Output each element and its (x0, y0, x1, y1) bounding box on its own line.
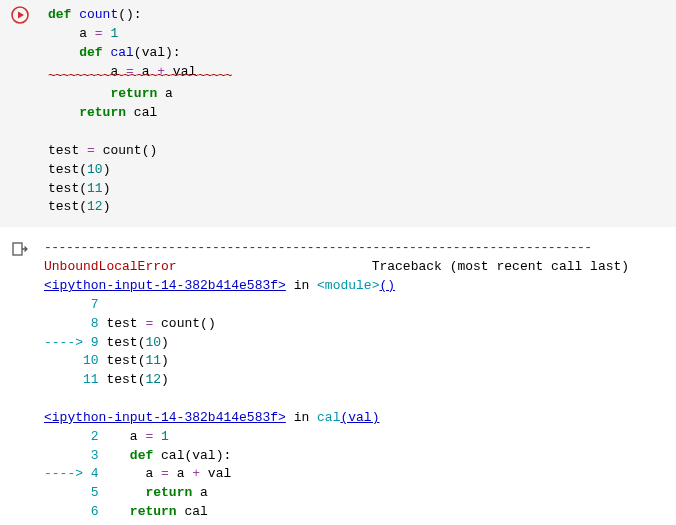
code-text (48, 105, 79, 120)
code-text: count() (95, 143, 157, 158)
num: 10 (145, 335, 161, 350)
tb-module: <module> (317, 278, 379, 293)
tb-lineno: 8 (44, 316, 106, 331)
tb-text (153, 429, 161, 444)
tb-text: ) (161, 335, 169, 350)
tb-text: in (286, 278, 317, 293)
run-icon[interactable] (11, 6, 29, 227)
tb-paren: (val) (340, 410, 379, 425)
tb-text: val (200, 466, 231, 481)
tb-lineno: 11 (44, 372, 106, 387)
code-text: test( (48, 162, 87, 177)
tb-text: val (192, 448, 215, 463)
num: 11 (87, 181, 103, 196)
tb-link[interactable]: <ipython-input-14-382b414e583f> (44, 278, 286, 293)
svg-marker-1 (18, 12, 24, 19)
kw-return: return (130, 504, 177, 519)
kw-def: def (130, 448, 153, 463)
error-squiggle: ~~~~~~~~~~~~~~~~~~~~~~~~~~~ (48, 73, 666, 79)
kw-def: def (79, 45, 102, 60)
code-text: cal (126, 105, 157, 120)
tb-lineno: 2 (44, 429, 106, 444)
tb-text: a (169, 466, 192, 481)
num: 11 (145, 353, 161, 368)
code-editor[interactable]: def count(): a = 1 def cal(val): a = a +… (40, 0, 676, 227)
code-text: ) (103, 199, 111, 214)
tb-arrow: ----> (44, 335, 91, 350)
num: 1 (161, 429, 169, 444)
code-cell: def count(): a = 1 def cal(val): a = a +… (0, 0, 676, 227)
code-text: (): (118, 7, 141, 22)
tb-text: ) (161, 353, 169, 368)
code-text: ) (103, 181, 111, 196)
code-text: (val): (134, 45, 181, 60)
code-text: test( (48, 181, 87, 196)
tb-text: count (153, 316, 200, 331)
tb-lineno: 7 (44, 297, 106, 312)
tb-lineno: 3 (44, 448, 106, 463)
kw-return: return (79, 105, 126, 120)
tb-lineno: 9 (91, 335, 107, 350)
tb-text (106, 448, 129, 463)
tb-text: ) (161, 372, 169, 387)
kw-return: return (110, 86, 157, 101)
tb-text: test (106, 316, 145, 331)
fn-name: count (79, 7, 118, 22)
tb-text: ( (200, 316, 208, 331)
tb-lineno: 6 (44, 504, 106, 519)
op: = (87, 143, 95, 158)
code-text: test (48, 143, 87, 158)
op: = (95, 26, 103, 41)
tb-link[interactable]: <ipython-input-14-382b414e583f> (44, 410, 286, 425)
code-text: test( (48, 199, 87, 214)
tb-text: ) (208, 316, 216, 331)
error-name: UnboundLocalError (44, 259, 177, 274)
tb-divider: ----------------------------------------… (44, 240, 592, 255)
fn-name: cal (110, 45, 133, 60)
tb-arrow: ----> (44, 466, 91, 481)
op: + (192, 466, 200, 481)
code-text (48, 45, 79, 60)
output-gutter (0, 233, 40, 257)
code-text (48, 86, 110, 101)
tb-header: Traceback (most recent call last) (177, 259, 629, 274)
num: 12 (145, 372, 161, 387)
tb-lineno: 5 (44, 485, 106, 500)
traceback-output: ----------------------------------------… (40, 233, 676, 525)
num: 12 (87, 199, 103, 214)
num: 10 (87, 162, 103, 177)
tb-text: : (223, 448, 231, 463)
tb-text: in (286, 410, 317, 425)
code-text: a (48, 26, 95, 41)
tb-text: a (106, 466, 161, 481)
code-text: ) (103, 162, 111, 177)
tb-lineno: 10 (44, 353, 106, 368)
tb-fn: cal (317, 410, 340, 425)
tb-text (106, 485, 145, 500)
kw-def: def (48, 7, 71, 22)
output-icon[interactable] (12, 241, 28, 257)
tb-paren: () (379, 278, 395, 293)
kw-return: return (145, 485, 192, 500)
tb-text: test (106, 353, 137, 368)
tb-text (106, 504, 129, 519)
svg-rect-2 (13, 243, 22, 255)
code-text: a (157, 86, 173, 101)
tb-text: cal (177, 504, 208, 519)
tb-text: cal (153, 448, 184, 463)
output-cell: ----------------------------------------… (0, 233, 676, 525)
tb-text: a (106, 429, 145, 444)
tb-text: a (192, 485, 208, 500)
cell-gutter (0, 0, 40, 227)
tb-text: test (106, 335, 137, 350)
num: 1 (110, 26, 118, 41)
op: = (161, 466, 169, 481)
tb-text: test (106, 372, 137, 387)
tb-lineno: 4 (91, 466, 107, 481)
